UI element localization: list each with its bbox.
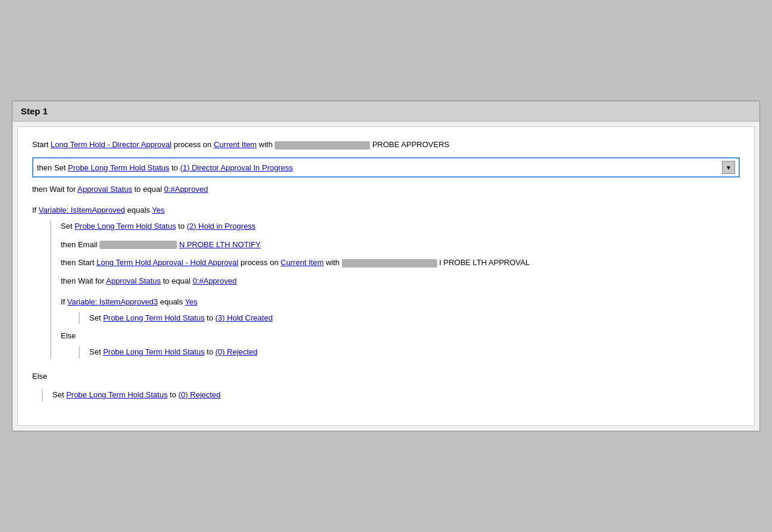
set1-value-link[interactable]: (2) Hold in Progress — [187, 222, 256, 231]
start-process-line: Start Long Term Hold - Director Approval… — [32, 139, 740, 151]
email-suffix[interactable]: N PROBE LTH NOTIFY — [179, 240, 261, 249]
set3-value-link[interactable]: (0) Rejected — [216, 347, 258, 356]
start-with: with — [257, 140, 275, 149]
wait2-link1[interactable]: Approval Status — [106, 276, 161, 285]
step-header: Step 1 — [13, 101, 759, 122]
then-set-to: to — [169, 163, 180, 172]
if-value-link[interactable]: Yes — [152, 206, 164, 214]
email-line: then Email N PROBE LTH NOTIFY — [61, 239, 740, 251]
then-wait-line: then Wait for Approval Status to equal 0… — [32, 183, 740, 196]
set4-prefix: Set — [52, 390, 66, 399]
set3-to: to — [204, 347, 215, 356]
set4-link[interactable]: Probe Long Term Hold Status — [66, 390, 167, 399]
then-set-prefix: then Set — [37, 163, 68, 172]
else2-label: Else — [61, 331, 76, 340]
wait2-line: then Wait for Approval Status to equal 0… — [61, 275, 740, 288]
start2-item-link[interactable]: Current Item — [281, 258, 323, 267]
dropdown-arrow-button[interactable]: ▼ — [722, 161, 735, 174]
start2-prefix: then Start — [61, 258, 96, 267]
if-block-inner-else-content: Set Probe Long Term Hold Status to (0) R… — [79, 346, 740, 359]
wait2-prefix: then Wait for — [61, 276, 106, 285]
start-suffix: PROBE APPROVERS — [372, 140, 449, 149]
if-block-inner: If Variable: IsItemApproved3 equals Yes — [61, 296, 740, 309]
then-wait-prefix: then Wait for — [32, 185, 77, 194]
if-block-outer-content: Set Probe Long Term Hold Status to (2) H… — [50, 220, 740, 359]
wait2-link2[interactable]: 0:#Approved — [192, 276, 236, 285]
if-block-inner-yes-content: Set Probe Long Term Hold Status to (3) H… — [79, 312, 740, 325]
then-wait-link2[interactable]: 0:#Approved — [164, 185, 208, 194]
outer-else-label: Else — [32, 372, 47, 381]
start2-suffix: I PROBE LTH APPROVAL — [439, 258, 530, 267]
set1-link[interactable]: Probe Long Term Hold Status — [74, 222, 176, 231]
set3-link[interactable]: Probe Long Term Hold Status — [103, 347, 204, 356]
if2-equals: equals — [158, 297, 185, 306]
start2-mid: process on — [238, 258, 281, 267]
set4-to: to — [167, 390, 178, 399]
set2-to: to — [204, 313, 215, 322]
set2-line: Set Probe Long Term Hold Status to (3) H… — [89, 312, 740, 325]
redacted-lth — [342, 259, 437, 267]
if-prefix: If — [32, 206, 39, 214]
set3-prefix: Set — [89, 347, 103, 356]
email-prefix: then Email — [61, 240, 99, 249]
redacted-approvers — [275, 141, 370, 150]
else-outer-content: Set Probe Long Term Hold Status to (0) R… — [42, 389, 740, 402]
main-container: Step 1 Start Long Term Hold - Director A… — [12, 101, 760, 431]
else-inner-label: Else — [61, 330, 740, 343]
start-item-link[interactable]: Current Item — [214, 140, 257, 149]
then-set-text: then Set Probe Long Term Hold Status to … — [37, 163, 722, 172]
set1-line: Set Probe Long Term Hold Status to (2) H… — [61, 220, 740, 233]
set2-value-link[interactable]: (3) Hold Created — [216, 313, 273, 322]
start-mid: process on — [172, 140, 214, 149]
set3-line: Set Probe Long Term Hold Status to (0) R… — [89, 346, 740, 359]
then-wait-link1[interactable]: Approval Status — [77, 185, 132, 194]
start2-line: then Start Long Term Hold Approval - Hol… — [61, 257, 740, 269]
if2-prefix: If — [61, 297, 67, 306]
set2-link[interactable]: Probe Long Term Hold Status — [103, 313, 204, 322]
then-set-value-link[interactable]: (1) Director Approval In Progress — [180, 163, 292, 172]
start-process-link[interactable]: Long Term Hold - Director Approval — [51, 140, 172, 149]
set2-prefix: Set — [89, 313, 103, 322]
then-set-dropdown-row: then Set Probe Long Term Hold Status to … — [32, 157, 740, 178]
set1-to: to — [176, 222, 186, 231]
then-set-link[interactable]: Probe Long Term Hold Status — [68, 163, 169, 172]
set1-prefix: Set — [61, 222, 74, 231]
if-equals: equals — [125, 206, 152, 214]
wait2-mid: to equal — [161, 276, 193, 285]
set4-line: Set Probe Long Term Hold Status to (0) R… — [52, 389, 740, 402]
if2-value-link[interactable]: Yes — [185, 297, 197, 306]
if2-var-link[interactable]: Variable: IsItemApproved3 — [67, 297, 158, 306]
start2-process-link[interactable]: Long Term Hold Approval - Hold Approval — [96, 258, 238, 267]
if-var-link[interactable]: Variable: IsItemApproved — [39, 206, 125, 214]
if-block-outer: If Variable: IsItemApproved equals Yes — [32, 204, 740, 217]
redacted-email — [99, 241, 177, 249]
step-title: Step 1 — [21, 106, 48, 116]
step-content: Start Long Term Hold - Director Approval… — [17, 126, 755, 425]
start2-with: with — [323, 258, 341, 267]
else-outer-label: Else — [32, 371, 740, 383]
start-prefix: Start — [32, 140, 51, 149]
then-wait-mid: to equal — [132, 185, 164, 194]
set4-value-link[interactable]: (0) Rejected — [179, 390, 221, 399]
